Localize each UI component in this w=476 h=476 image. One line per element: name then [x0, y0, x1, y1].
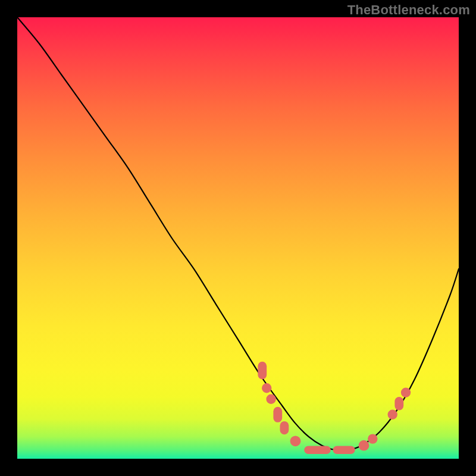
curve-marker-pill	[258, 362, 267, 380]
curve-marker-pill	[273, 407, 282, 422]
curve-marker-pill	[280, 421, 289, 434]
curve-marker-pill	[333, 446, 355, 454]
chart-plot-area	[17, 17, 459, 459]
curve-marker-pill	[394, 397, 403, 410]
watermark-text: TheBottleneck.com	[347, 2, 470, 18]
chart-svg	[17, 17, 459, 459]
curve-marker-pill	[304, 446, 331, 454]
curve-marker-dot	[388, 410, 397, 419]
curve-marker-dot	[290, 436, 301, 446]
curve-marker-dot	[262, 383, 271, 393]
bottleneck-curve	[17, 17, 459, 450]
curve-markers	[258, 362, 411, 454]
curve-marker-dot	[359, 440, 369, 451]
curve-marker-dot	[368, 434, 377, 443]
curve-marker-dot	[401, 388, 411, 397]
curve-marker-dot	[266, 394, 275, 404]
